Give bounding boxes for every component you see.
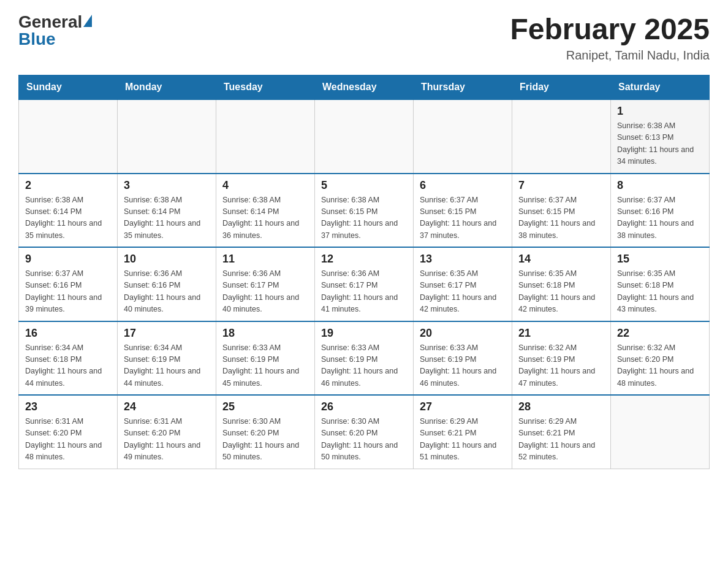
day-info: Sunrise: 6:31 AM Sunset: 6:20 PM Dayligh… (124, 416, 210, 464)
calendar-day-cell: 19Sunrise: 6:33 AM Sunset: 6:19 PM Dayli… (315, 321, 414, 396)
calendar-day-cell (512, 99, 611, 174)
day-of-week-header: Wednesday (315, 75, 414, 100)
day-info: Sunrise: 6:37 AM Sunset: 6:15 PM Dayligh… (420, 194, 506, 242)
day-of-week-header: Tuesday (216, 75, 315, 100)
day-info: Sunrise: 6:38 AM Sunset: 6:13 PM Dayligh… (617, 120, 703, 168)
calendar-day-cell: 14Sunrise: 6:35 AM Sunset: 6:18 PM Dayli… (512, 247, 611, 321)
day-info: Sunrise: 6:38 AM Sunset: 6:14 PM Dayligh… (222, 194, 308, 242)
calendar-day-cell: 26Sunrise: 6:30 AM Sunset: 6:20 PM Dayli… (315, 395, 414, 469)
calendar-week-row: 2Sunrise: 6:38 AM Sunset: 6:14 PM Daylig… (19, 174, 710, 248)
calendar-day-cell (19, 99, 118, 174)
calendar-day-cell (118, 99, 216, 174)
calendar-table: SundayMondayTuesdayWednesdayThursdayFrid… (18, 75, 710, 469)
day-info: Sunrise: 6:34 AM Sunset: 6:19 PM Dayligh… (124, 342, 210, 390)
day-info: Sunrise: 6:37 AM Sunset: 6:15 PM Dayligh… (518, 194, 604, 242)
calendar-title: February 2025 (510, 12, 710, 46)
calendar-day-cell: 21Sunrise: 6:32 AM Sunset: 6:19 PM Dayli… (512, 321, 611, 396)
day-number: 20 (420, 327, 506, 340)
day-number: 5 (321, 179, 407, 192)
day-number: 27 (420, 400, 506, 413)
day-info: Sunrise: 6:36 AM Sunset: 6:17 PM Dayligh… (222, 268, 308, 316)
calendar-day-cell: 18Sunrise: 6:33 AM Sunset: 6:19 PM Dayli… (216, 321, 315, 396)
day-number: 2 (25, 179, 111, 192)
day-number: 21 (518, 327, 604, 340)
day-of-week-header: Thursday (414, 75, 512, 100)
calendar-header: SundayMondayTuesdayWednesdayThursdayFrid… (19, 75, 710, 100)
calendar-day-cell: 10Sunrise: 6:36 AM Sunset: 6:16 PM Dayli… (118, 247, 216, 321)
page-header: General Blue February 2025 Ranipet, Tami… (18, 12, 710, 63)
day-of-week-header: Saturday (611, 75, 710, 100)
day-info: Sunrise: 6:33 AM Sunset: 6:19 PM Dayligh… (321, 342, 407, 390)
day-number: 8 (617, 179, 703, 192)
day-number: 14 (518, 253, 604, 266)
day-info: Sunrise: 6:35 AM Sunset: 6:17 PM Dayligh… (420, 268, 506, 316)
day-info: Sunrise: 6:29 AM Sunset: 6:21 PM Dayligh… (518, 416, 604, 464)
day-number: 28 (518, 400, 604, 413)
calendar-day-cell: 1Sunrise: 6:38 AM Sunset: 6:13 PM Daylig… (611, 99, 710, 174)
calendar-subtitle: Ranipet, Tamil Nadu, India (510, 48, 710, 63)
day-number: 24 (124, 400, 210, 413)
calendar-day-cell: 25Sunrise: 6:30 AM Sunset: 6:20 PM Dayli… (216, 395, 315, 469)
day-info: Sunrise: 6:38 AM Sunset: 6:14 PM Dayligh… (124, 194, 210, 242)
day-info: Sunrise: 6:30 AM Sunset: 6:20 PM Dayligh… (222, 416, 308, 464)
day-info: Sunrise: 6:31 AM Sunset: 6:20 PM Dayligh… (25, 416, 111, 464)
day-number: 25 (222, 400, 308, 413)
day-info: Sunrise: 6:32 AM Sunset: 6:19 PM Dayligh… (518, 342, 604, 390)
day-number: 4 (222, 179, 308, 192)
day-number: 11 (222, 253, 308, 266)
day-number: 22 (617, 327, 703, 340)
day-number: 9 (25, 253, 111, 266)
day-info: Sunrise: 6:35 AM Sunset: 6:18 PM Dayligh… (617, 268, 703, 316)
calendar-day-cell: 2Sunrise: 6:38 AM Sunset: 6:14 PM Daylig… (19, 174, 118, 248)
day-info: Sunrise: 6:37 AM Sunset: 6:16 PM Dayligh… (617, 194, 703, 242)
day-number: 23 (25, 400, 111, 413)
calendar-day-cell: 15Sunrise: 6:35 AM Sunset: 6:18 PM Dayli… (611, 247, 710, 321)
calendar-week-row: 16Sunrise: 6:34 AM Sunset: 6:18 PM Dayli… (19, 321, 710, 396)
logo: General Blue (18, 12, 92, 49)
calendar-week-row: 9Sunrise: 6:37 AM Sunset: 6:16 PM Daylig… (19, 247, 710, 321)
day-info: Sunrise: 6:38 AM Sunset: 6:15 PM Dayligh… (321, 194, 407, 242)
day-number: 17 (124, 327, 210, 340)
calendar-day-cell (315, 99, 414, 174)
day-number: 10 (124, 253, 210, 266)
day-info: Sunrise: 6:34 AM Sunset: 6:18 PM Dayligh… (25, 342, 111, 390)
day-number: 19 (321, 327, 407, 340)
day-number: 26 (321, 400, 407, 413)
calendar-day-cell: 5Sunrise: 6:38 AM Sunset: 6:15 PM Daylig… (315, 174, 414, 248)
day-number: 13 (420, 253, 506, 266)
day-info: Sunrise: 6:38 AM Sunset: 6:14 PM Dayligh… (25, 194, 111, 242)
day-of-week-header: Monday (118, 75, 216, 100)
day-info: Sunrise: 6:29 AM Sunset: 6:21 PM Dayligh… (420, 416, 506, 464)
calendar-day-cell: 8Sunrise: 6:37 AM Sunset: 6:16 PM Daylig… (611, 174, 710, 248)
day-number: 3 (124, 179, 210, 192)
day-info: Sunrise: 6:36 AM Sunset: 6:16 PM Dayligh… (124, 268, 210, 316)
day-of-week-header: Friday (512, 75, 611, 100)
calendar-day-cell (216, 99, 315, 174)
day-info: Sunrise: 6:33 AM Sunset: 6:19 PM Dayligh… (222, 342, 308, 390)
calendar-day-cell: 9Sunrise: 6:37 AM Sunset: 6:16 PM Daylig… (19, 247, 118, 321)
calendar-day-cell: 24Sunrise: 6:31 AM Sunset: 6:20 PM Dayli… (118, 395, 216, 469)
day-info: Sunrise: 6:36 AM Sunset: 6:17 PM Dayligh… (321, 268, 407, 316)
day-info: Sunrise: 6:35 AM Sunset: 6:18 PM Dayligh… (518, 268, 604, 316)
calendar-week-row: 1Sunrise: 6:38 AM Sunset: 6:13 PM Daylig… (19, 99, 710, 174)
day-number: 6 (420, 179, 506, 192)
day-info: Sunrise: 6:32 AM Sunset: 6:20 PM Dayligh… (617, 342, 703, 390)
calendar-day-cell (611, 395, 710, 469)
calendar-day-cell: 11Sunrise: 6:36 AM Sunset: 6:17 PM Dayli… (216, 247, 315, 321)
day-number: 12 (321, 253, 407, 266)
calendar-day-cell: 27Sunrise: 6:29 AM Sunset: 6:21 PM Dayli… (414, 395, 512, 469)
calendar-body: 1Sunrise: 6:38 AM Sunset: 6:13 PM Daylig… (19, 99, 710, 469)
day-number: 18 (222, 327, 308, 340)
calendar-day-cell: 4Sunrise: 6:38 AM Sunset: 6:14 PM Daylig… (216, 174, 315, 248)
calendar-day-cell: 13Sunrise: 6:35 AM Sunset: 6:17 PM Dayli… (414, 247, 512, 321)
logo-triangle-icon (83, 15, 92, 27)
calendar-day-cell: 17Sunrise: 6:34 AM Sunset: 6:19 PM Dayli… (118, 321, 216, 396)
day-info: Sunrise: 6:30 AM Sunset: 6:20 PM Dayligh… (321, 416, 407, 464)
calendar-week-row: 23Sunrise: 6:31 AM Sunset: 6:20 PM Dayli… (19, 395, 710, 469)
logo-blue-text: Blue (18, 29, 92, 49)
day-info: Sunrise: 6:37 AM Sunset: 6:16 PM Dayligh… (25, 268, 111, 316)
day-number: 7 (518, 179, 604, 192)
calendar-day-cell: 16Sunrise: 6:34 AM Sunset: 6:18 PM Dayli… (19, 321, 118, 396)
calendar-day-cell (414, 99, 512, 174)
calendar-day-cell: 23Sunrise: 6:31 AM Sunset: 6:20 PM Dayli… (19, 395, 118, 469)
